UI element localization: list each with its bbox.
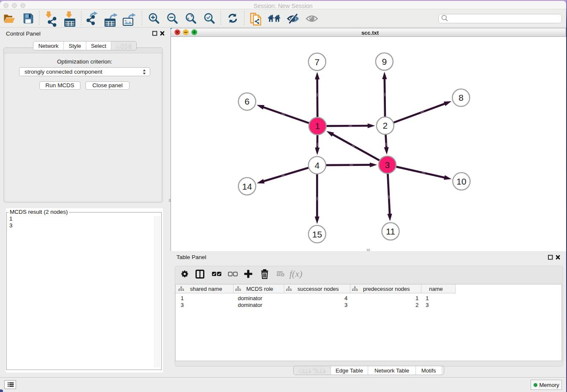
svg-text:2: 2: [383, 121, 388, 130]
svg-text:9: 9: [382, 57, 387, 66]
svg-text:8: 8: [459, 93, 464, 102]
svg-text:1: 1: [315, 121, 320, 131]
svg-text:10: 10: [457, 177, 466, 186]
svg-text:6: 6: [245, 97, 250, 106]
svg-text:7: 7: [315, 57, 320, 67]
svg-text:3: 3: [385, 160, 390, 170]
svg-text:f(x): f(x): [289, 268, 303, 279]
svg-text:15: 15: [312, 229, 322, 239]
svg-text:4: 4: [315, 160, 320, 170]
svg-text:14: 14: [242, 182, 252, 191]
svg-text:11: 11: [386, 226, 395, 236]
